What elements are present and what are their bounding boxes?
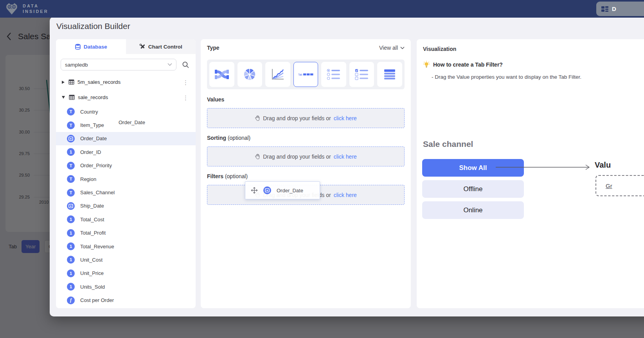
left-panel-tabs: Database Chart Control [56, 39, 196, 54]
field-row-order-id[interactable]: 1Order_ID [56, 145, 196, 159]
checkbox-list-chart-icon [355, 69, 369, 80]
chevron-down-icon [167, 63, 172, 66]
sorting-label: Sorting (optional) [207, 135, 250, 141]
database-select-value: sampledb [65, 62, 167, 68]
visualization-panel: Visualization How to create a Tab Filter… [417, 39, 644, 308]
field-name: Item_Type [80, 122, 104, 128]
collapse-arrow-icon[interactable] [62, 96, 65, 99]
field-name: Region [80, 176, 96, 182]
number-field-icon: 1 [67, 215, 75, 223]
tab-database-label: Database [84, 44, 107, 50]
dropzone-placeholder: Drag and drop your fields or [263, 115, 331, 121]
annotation-group-link[interactable]: Gr [606, 183, 612, 189]
chart-type-line[interactable] [265, 62, 290, 87]
screen: Sales Sa 30.5030.2530.0029.7529.5029.25 … [0, 0, 644, 338]
field-name: Country [80, 109, 98, 115]
text-field-icon: T [67, 108, 75, 116]
drag-ghost-label: Order_Date [277, 188, 303, 193]
database-select[interactable]: sampledb [61, 59, 176, 70]
modal-title: Visualization Builder [56, 22, 130, 31]
field-row-total-profit[interactable]: 1Total_Profit [56, 226, 196, 240]
lightbulb-icon [423, 61, 430, 68]
logo-text: DATAINSIDER [23, 3, 49, 14]
field-row-total-revenue[interactable]: 1Total_Revenue [56, 240, 196, 253]
hint-body: - Drag the Value properties you want to … [432, 74, 581, 80]
view-all-button[interactable]: View all [379, 45, 405, 51]
kebab-menu-icon[interactable]: ⋮ [183, 79, 189, 85]
database-icon [75, 43, 81, 50]
sankey-chart-icon [214, 68, 229, 81]
hint-title: How to create a Tab Filter? [433, 61, 503, 68]
tab-chart-control-label: Chart Control [148, 44, 182, 50]
table-chart-icon [383, 68, 396, 81]
annotation-group-box: Gr [595, 175, 644, 196]
expand-arrow-icon[interactable] [62, 81, 65, 84]
field-name: Unit_Cost [80, 257, 103, 263]
app-logo: DATAINSIDER [5, 2, 49, 16]
field-name: Order_Date [80, 136, 107, 141]
text-field-icon: T [67, 175, 75, 183]
field-name: Sales_Channel [80, 190, 115, 195]
field-row-order-date[interactable]: Order_Date [56, 132, 196, 145]
table-row[interactable]: 5m_sales_records⋮ [56, 74, 196, 90]
click-here-link[interactable]: click here [334, 115, 357, 121]
number-field-icon: 1 [67, 256, 75, 264]
values-label: Values [207, 96, 224, 103]
chart-type-sankey[interactable] [209, 62, 234, 87]
chart-type-radio-list[interactable] [321, 62, 346, 87]
field-row-unit-price[interactable]: 1Unit_Price [56, 267, 196, 280]
field-name: Order_Priority [80, 163, 112, 168]
click-here-link[interactable]: click here [334, 192, 357, 198]
filter-option-online[interactable]: Online [422, 201, 524, 219]
tab-chart-control[interactable]: Chart Control [126, 39, 196, 54]
field-row-item-type[interactable]: TItem_Type [56, 118, 196, 132]
visualization-builder-modal: Visualization Builder Database [50, 17, 644, 316]
builder-panel: Type View all Tab Values Drag and drop y… [201, 39, 411, 308]
kebab-menu-icon[interactable]: ⋮ [183, 94, 189, 100]
move-icon [251, 187, 258, 194]
chart-type-table[interactable] [377, 62, 402, 87]
line-chart-icon [271, 68, 285, 81]
chart-type-pie[interactable] [237, 62, 263, 87]
table-row[interactable]: sale_records⋮ [56, 90, 196, 105]
annotation-arrow [495, 163, 594, 172]
field-row-region[interactable]: TRegion [56, 172, 196, 186]
number-field-icon: 1 [67, 269, 75, 277]
filters-label: Filters (optional) [207, 173, 248, 179]
radio-list-chart-icon [327, 69, 341, 80]
values-dropzone[interactable]: Drag and drop your fields or click here … [207, 108, 405, 128]
text-field-icon: T [67, 162, 75, 170]
widget-title: Sale channel [423, 139, 473, 149]
tab-filter-chart-icon: Tab [298, 72, 314, 77]
field-row-country[interactable]: TCountry [56, 105, 196, 118]
field-name: Total_Profit [80, 230, 106, 236]
visualization-title: Visualization [423, 46, 456, 52]
dashboard-button-label: D [612, 5, 616, 12]
field-row-units-sold[interactable]: 1Units_Sold [56, 280, 196, 293]
click-here-link[interactable]: click here [334, 154, 357, 160]
date-field-icon [263, 186, 271, 194]
text-field-icon: T [67, 189, 75, 197]
number-field-icon: 1 [67, 229, 75, 237]
svg-text:Tab: Tab [298, 73, 302, 76]
table-grid-icon [69, 94, 75, 100]
field-row-sales-channel[interactable]: TSales_Channel [56, 186, 196, 199]
top-navbar: DATAINSIDER D [0, 0, 644, 18]
chart-type-checkbox-list[interactable] [349, 62, 374, 87]
dashboard-button[interactable]: D [596, 2, 644, 16]
field-name: Total_Cost [80, 217, 104, 222]
field-name: Cost per Order [80, 297, 114, 303]
field-row-ship-date[interactable]: Ship_Date [56, 199, 196, 213]
field-row-order-priority[interactable]: TOrder_Priority [56, 159, 196, 172]
table-name: sale_records [78, 94, 196, 100]
chart-type-tab-filter[interactable]: Tab [293, 62, 318, 87]
tab-database[interactable]: Database [56, 39, 126, 54]
field-row-cost-per-order[interactable]: fCost per Order [56, 293, 196, 307]
sorting-dropzone[interactable]: Drag and drop your fields or click here [207, 146, 405, 166]
table-grid-icon [68, 79, 74, 85]
dropzone-placeholder: Drag and drop your fields or [263, 154, 331, 160]
field-row-total-cost[interactable]: 1Total_Cost [56, 213, 196, 226]
field-row-unit-cost[interactable]: 1Unit_Cost [56, 253, 196, 266]
filter-option-offline[interactable]: Offline [422, 180, 524, 198]
search-icon[interactable] [182, 61, 189, 69]
